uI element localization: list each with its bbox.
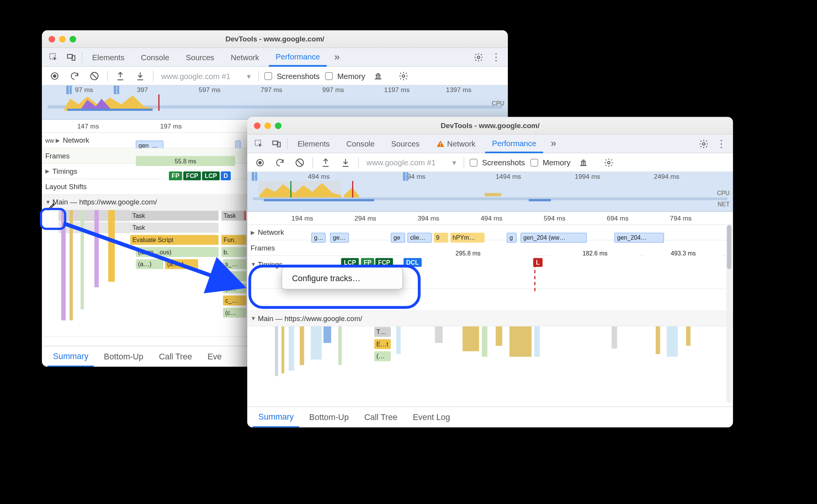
main-track-label: Main — https://www.google.com/	[53, 198, 157, 206]
flame-entry[interactable]: (…	[374, 351, 391, 361]
range-handle-right[interactable]	[403, 172, 408, 181]
tab-console[interactable]: Console	[134, 48, 176, 66]
collapse-icon[interactable]: ▼	[251, 315, 256, 321]
btab-bottomup[interactable]: Bottom-Up	[304, 407, 354, 427]
flame-entry[interactable]: (a…s)	[165, 259, 198, 269]
btab-summary[interactable]: Summary	[48, 346, 94, 367]
tab-sources[interactable]: Sources	[385, 134, 426, 153]
upload-icon[interactable]	[113, 69, 127, 83]
close-icon[interactable]	[254, 122, 260, 128]
record-icon[interactable]	[48, 69, 62, 83]
reload-icon[interactable]	[67, 69, 81, 83]
minimize-icon[interactable]	[265, 122, 271, 128]
tab-elements[interactable]: Elements	[291, 134, 336, 153]
clear-icon[interactable]	[87, 69, 101, 83]
download-icon[interactable]	[133, 69, 147, 83]
flame-entry[interactable]: b.	[221, 247, 246, 257]
task-chip[interactable]: Task	[130, 211, 218, 221]
download-icon[interactable]	[338, 155, 352, 170]
device-toggle-icon[interactable]	[64, 50, 78, 64]
flame-entry[interactable]: ._…	[223, 271, 246, 281]
garbage-collect-icon[interactable]	[371, 69, 385, 83]
screenshots-checkbox[interactable]: Screenshots	[470, 158, 525, 167]
devtools-window-b: DevTools - www.google.com/ Elements Cons…	[247, 117, 733, 427]
range-handle-left[interactable]	[252, 172, 257, 181]
capture-settings-icon[interactable]	[602, 155, 616, 170]
more-tabs-icon[interactable]: »	[330, 50, 344, 64]
flame-entry[interactable]: T…	[374, 327, 391, 337]
flame-entry[interactable]: (c…	[223, 283, 246, 293]
capture-settings-icon[interactable]	[396, 69, 410, 83]
settings-icon[interactable]	[471, 50, 486, 64]
reload-icon[interactable]	[273, 155, 287, 170]
device-toggle-icon[interactable]	[270, 137, 284, 151]
timing-dcl-badge: D	[221, 171, 231, 180]
flame-entry[interactable]: E…t	[374, 339, 391, 349]
btab-eventlog[interactable]: Eve	[202, 346, 227, 367]
btab-summary[interactable]: Summary	[253, 407, 299, 427]
screenshots-checkbox[interactable]: Screenshots	[265, 71, 320, 80]
context-menu: Configure tracks…	[281, 267, 403, 290]
svg-rect-25	[485, 193, 501, 196]
flame-entry[interactable]: (c…	[223, 308, 246, 318]
flame-entry[interactable]: Evaluate Script	[130, 235, 218, 245]
menu-configure-tracks[interactable]: Configure tracks…	[282, 270, 402, 287]
timeline-overview[interactable]: 97 ms 397 597 ms 797 ms 997 ms 1197 ms 1…	[42, 86, 508, 120]
btab-calltree[interactable]: Call Tree	[154, 346, 198, 367]
tab-performance[interactable]: Performance	[485, 135, 543, 153]
flame-entry[interactable]: c_…	[223, 296, 246, 306]
zoom-icon[interactable]	[69, 36, 76, 42]
btab-bottomup[interactable]: Bottom-Up	[98, 346, 149, 367]
flame-entry[interactable]: Fun.	[221, 235, 246, 245]
close-icon[interactable]	[49, 36, 55, 42]
collapse-icon[interactable]: ▼	[251, 261, 256, 267]
titlebar: DevTools - www.google.com/	[247, 117, 733, 135]
task-chip[interactable]: Task	[130, 223, 218, 233]
timeline-overview[interactable]: 494 ms 94 ms 1494 ms 1994 ms 2494 ms	[247, 172, 733, 212]
svg-rect-9	[67, 109, 152, 111]
task-chip[interactable]: Task	[221, 211, 246, 221]
kebab-menu-icon[interactable]: ⋮	[714, 137, 728, 151]
btab-calltree[interactable]: Call Tree	[359, 407, 403, 427]
range-handle-right[interactable]	[114, 86, 119, 94]
btab-eventlog[interactable]: Event Log	[407, 407, 456, 427]
tab-performance[interactable]: Performance	[269, 48, 327, 67]
record-icon[interactable]	[253, 155, 267, 170]
flame-entry[interactable]: (anon…ous)	[136, 247, 219, 257]
zoom-icon[interactable]	[275, 122, 281, 128]
main-flame-chart[interactable]: T… E…t (…	[247, 326, 733, 387]
memory-checkbox[interactable]: Memory	[325, 71, 365, 80]
overview-ruler: 494 ms 94 ms 1494 ms 1994 ms 2494 ms	[247, 172, 733, 181]
tab-console[interactable]: Console	[340, 134, 381, 153]
timing-fcp-badge: FCP	[375, 258, 393, 267]
minimize-icon[interactable]	[59, 36, 66, 42]
expand-icon[interactable]: ▶	[56, 137, 61, 143]
tab-sources[interactable]: Sources	[179, 48, 221, 66]
settings-icon[interactable]	[696, 137, 711, 151]
range-handle-left[interactable]	[66, 86, 72, 94]
recording-dropdown[interactable]: www.google.com #1 ▾	[364, 158, 458, 167]
clear-icon[interactable]	[293, 155, 307, 170]
flame-entry[interactable]: (a…)	[136, 259, 164, 269]
inspect-icon[interactable]	[252, 137, 266, 151]
edit-tracks-icon[interactable]	[44, 199, 60, 214]
tab-elements[interactable]: Elements	[86, 48, 131, 66]
memory-checkbox[interactable]: Memory	[531, 158, 571, 167]
kebab-menu-icon[interactable]: ⋮	[489, 50, 503, 64]
inspect-icon[interactable]	[46, 50, 61, 64]
tab-network[interactable]: Network	[430, 134, 482, 153]
recording-dropdown[interactable]: www.google.com #1 ▾	[159, 71, 253, 80]
timing-fp-badge: FP	[361, 258, 374, 267]
expand-icon[interactable]: ▶	[45, 168, 51, 174]
garbage-collect-icon[interactable]	[576, 155, 590, 170]
panel-tabs: Elements Console Sources Network Perform…	[247, 135, 733, 153]
more-tabs-icon[interactable]: »	[546, 137, 561, 151]
expand-icon[interactable]: ▶	[251, 229, 256, 236]
scrollbar-thumb[interactable]	[727, 225, 731, 269]
flame-entry[interactable]: s_…	[223, 259, 246, 269]
scrollbar[interactable]	[726, 225, 732, 403]
tab-network[interactable]: Network	[224, 48, 266, 66]
main-track-header[interactable]: ▼ Main — https://www.google.com/	[247, 311, 733, 326]
upload-icon[interactable]	[319, 155, 333, 170]
network-track-label: Network	[63, 136, 89, 145]
